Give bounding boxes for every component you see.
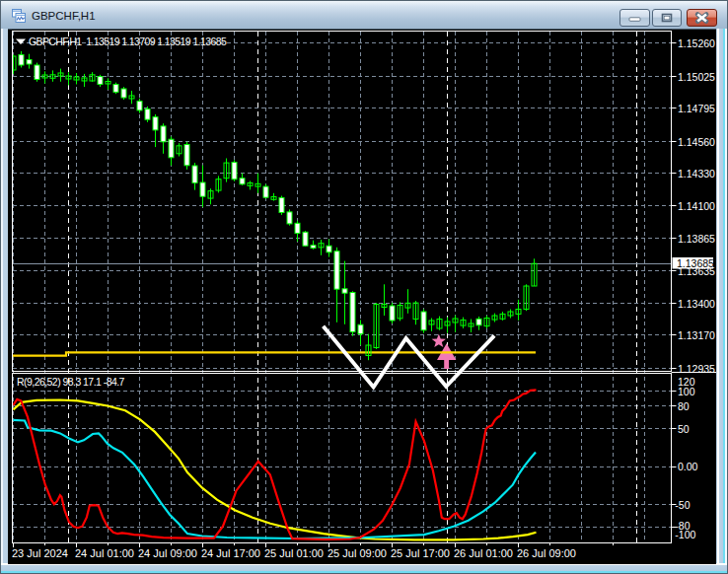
- svg-text:24 Jul 01:00: 24 Jul 01:00: [75, 547, 134, 559]
- svg-text:1.13685: 1.13685: [677, 257, 714, 269]
- svg-text:-100: -100: [675, 529, 695, 540]
- svg-text:1.14795: 1.14795: [678, 103, 715, 114]
- svg-text:25 Jul 09:00: 25 Jul 09:00: [328, 547, 387, 559]
- svg-text:1.13170: 1.13170: [678, 329, 715, 341]
- svg-text:1.13400: 1.13400: [678, 298, 715, 310]
- svg-text:1.15025: 1.15025: [678, 71, 715, 83]
- svg-text:24 Jul 17:00: 24 Jul 17:00: [201, 547, 260, 559]
- svg-text:1.14330: 1.14330: [678, 168, 715, 179]
- svg-text:50: 50: [678, 423, 690, 435]
- svg-text:1.14560: 1.14560: [678, 136, 715, 148]
- svg-text:25 Jul 01:00: 25 Jul 01:00: [264, 547, 324, 559]
- svg-text:1.15260: 1.15260: [678, 37, 715, 49]
- svg-text:0.00: 0.00: [678, 461, 698, 472]
- svg-text:25 Jul 17:00: 25 Jul 17:00: [391, 547, 450, 559]
- svg-text:80: 80: [678, 400, 690, 412]
- svg-text:1.14100: 1.14100: [678, 200, 715, 212]
- svg-text:GBPCHF,H1 1.13519 1.13709 1.1: GBPCHF,H1 1.13519 1.13709 1.13519 1.1368…: [29, 36, 227, 47]
- svg-text:R(9,26,52) 98.3 17.1 -84.7: R(9,26,52) 98.3 17.1 -84.7: [17, 376, 125, 388]
- svg-text:26 Jul 01:00: 26 Jul 01:00: [454, 547, 513, 559]
- svg-text:26 Jul 09:00: 26 Jul 09:00: [517, 547, 576, 559]
- svg-text:23 Jul 2024: 23 Jul 2024: [12, 547, 68, 559]
- svg-text:24 Jul 09:00: 24 Jul 09:00: [138, 547, 197, 559]
- svg-text:100: 100: [678, 386, 695, 397]
- svg-text:-50: -50: [675, 499, 690, 511]
- svg-text:1.13865: 1.13865: [678, 233, 715, 245]
